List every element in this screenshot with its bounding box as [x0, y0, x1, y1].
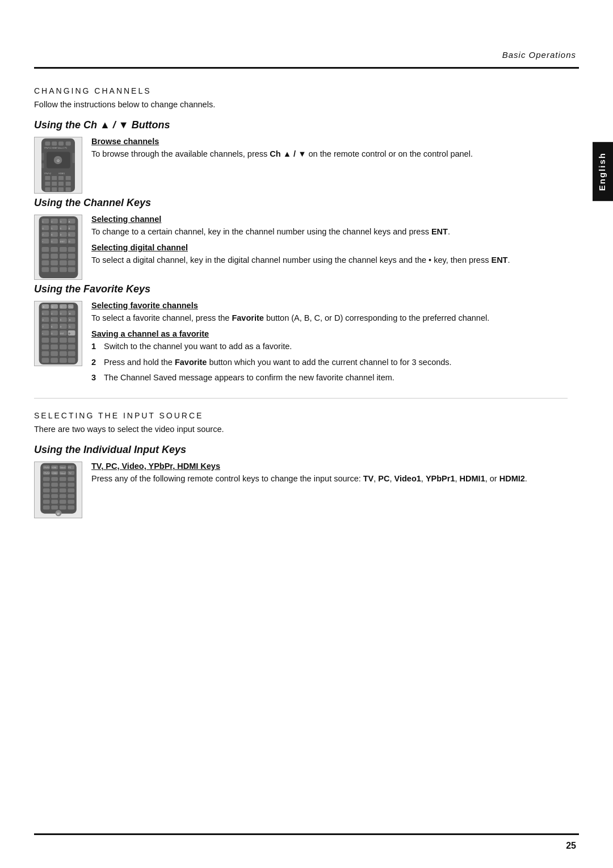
saving-steps-list: 1 Switch to the channel you want to add … — [91, 341, 568, 384]
svg-rect-16 — [58, 176, 64, 180]
tv-pc-video-heading: TV, PC, Video, YPbPr, HDMI Keys — [91, 462, 568, 471]
svg-rect-150 — [51, 477, 58, 481]
svg-text:2: 2 — [51, 312, 52, 315]
svg-text:A: A — [69, 312, 70, 315]
svg-rect-71 — [41, 267, 49, 272]
svg-rect-73 — [59, 267, 66, 272]
svg-text:HDMI2: HDMI2 — [52, 472, 57, 475]
svg-text:B: B — [69, 318, 70, 321]
svg-rect-61 — [59, 247, 66, 252]
svg-rect-120 — [41, 345, 49, 350]
favorite-keys-text: Selecting favorite channels To select a … — [91, 301, 568, 388]
svg-rect-14 — [45, 176, 50, 180]
selecting-favorite-heading: Selecting favorite channels — [91, 301, 568, 310]
svg-rect-59 — [41, 247, 49, 252]
selecting-digital-channel-heading: Selecting digital channel — [91, 243, 568, 252]
ch-buttons-title: Using the Ch ▲ / ▼ Buttons — [34, 119, 568, 131]
svg-rect-60 — [51, 247, 58, 252]
svg-rect-157 — [43, 488, 49, 492]
svg-rect-15 — [52, 176, 57, 180]
ch-buttons-row: YPbPr1 HDMI Video1 PC ⊙ YPbPr2 HDMI1 — [34, 137, 568, 194]
svg-text:A: A — [43, 305, 44, 308]
svg-rect-116 — [41, 338, 49, 343]
svg-rect-159 — [59, 488, 66, 492]
svg-text:PC: PC — [68, 467, 71, 469]
svg-rect-66 — [68, 254, 75, 259]
step-3: 3 The Channel Saved message appears to c… — [91, 372, 568, 384]
svg-rect-72 — [51, 267, 58, 272]
svg-rect-171 — [59, 505, 66, 509]
svg-rect-163 — [59, 494, 66, 498]
svg-rect-166 — [51, 500, 58, 504]
favorite-keys-title: Using the Favorite Keys — [34, 283, 568, 295]
svg-rect-23 — [52, 187, 57, 191]
ch-buttons-remote-image: YPbPr1 HDMI Video1 PC ⊙ YPbPr2 HDMI1 — [34, 137, 82, 194]
individual-input-subsection: Using the Individual Input Keys YPbPr1 — [34, 444, 568, 518]
svg-rect-4 — [66, 141, 71, 145]
individual-input-remote-image: YPbPr1 HDMI Video1 PC YPbPr2 HDMI2 Video… — [34, 462, 82, 518]
svg-rect-65 — [59, 254, 66, 259]
svg-text:HDMI: HDMI — [52, 467, 56, 469]
svg-rect-128 — [41, 358, 49, 363]
svg-rect-129 — [51, 358, 58, 363]
individual-input-row: YPbPr1 HDMI Video1 PC YPbPr2 HDMI2 Video… — [34, 462, 568, 518]
svg-text:D: D — [68, 240, 70, 243]
svg-text:C: C — [69, 325, 70, 328]
svg-rect-162 — [51, 494, 58, 498]
svg-text:ENT: ENT — [60, 333, 64, 335]
svg-rect-152 — [68, 477, 74, 481]
svg-rect-17 — [66, 176, 71, 180]
ch-buttons-text: Browse channels To browse through the av… — [91, 137, 568, 165]
svg-rect-8 — [72, 153, 75, 163]
svg-rect-22 — [45, 187, 50, 191]
svg-text:YPbPr1: YPbPr1 — [43, 467, 49, 469]
svg-rect-130 — [59, 358, 66, 363]
step-1: 1 Switch to the channel you want to add … — [91, 341, 568, 353]
svg-rect-122 — [59, 345, 66, 350]
svg-rect-170 — [51, 505, 58, 509]
svg-text:C: C — [68, 233, 70, 236]
top-rule — [34, 67, 579, 69]
svg-rect-62 — [68, 247, 75, 252]
english-tab: English — [593, 142, 613, 201]
svg-rect-124 — [41, 351, 49, 356]
svg-rect-160 — [68, 488, 74, 492]
favorite-keys-remote-image: A B C Fav 1 2 3 A — [34, 301, 82, 366]
svg-rect-69 — [59, 261, 66, 266]
svg-text:1: 1 — [42, 312, 43, 315]
changing-channels-section: CHANGING CHANNELS Follow the instruction… — [34, 86, 568, 388]
svg-text:7: 7 — [42, 325, 43, 328]
selecting-input-intro: There are two ways to select the video i… — [34, 425, 568, 434]
main-content: CHANGING CHANNELS Follow the instruction… — [34, 74, 568, 823]
basic-ops-header: Basic Operations — [502, 50, 576, 60]
svg-text:Fav: Fav — [69, 305, 73, 308]
svg-rect-20 — [58, 182, 64, 186]
svg-rect-119 — [68, 338, 75, 343]
svg-text:⊙: ⊙ — [57, 158, 60, 162]
svg-text:A: A — [68, 220, 70, 223]
svg-rect-63 — [41, 254, 49, 259]
svg-rect-67 — [41, 261, 49, 266]
section-divider — [34, 398, 568, 399]
svg-rect-153 — [43, 483, 49, 487]
favorite-keys-subsection: Using the Favorite Keys A B — [34, 283, 568, 388]
section-title: Basic Operations — [502, 50, 576, 60]
svg-rect-126 — [59, 351, 66, 356]
tv-pc-video-text: Press any of the following remote contro… — [91, 473, 568, 485]
selecting-digital-channel-text: To select a digital channel, key in the … — [91, 254, 568, 267]
svg-rect-118 — [59, 338, 66, 343]
svg-rect-161 — [43, 494, 49, 498]
svg-text:ENT: ENT — [60, 240, 64, 243]
svg-rect-3 — [58, 141, 64, 145]
svg-rect-19 — [52, 182, 57, 186]
svg-text:TV: TV — [69, 472, 72, 475]
svg-rect-18 — [45, 182, 50, 186]
svg-rect-167 — [59, 500, 66, 504]
svg-rect-6 — [41, 153, 44, 161]
svg-rect-158 — [51, 488, 58, 492]
favorite-keys-row: A B C Fav 1 2 3 A — [34, 301, 568, 388]
step-2: 2 Press and hold the Favorite button whi… — [91, 357, 568, 369]
svg-rect-1 — [45, 141, 50, 145]
channel-keys-row: 1 2 3 A 4 5 6 B — [34, 215, 568, 280]
browse-channels-heading: Browse channels — [91, 137, 568, 146]
